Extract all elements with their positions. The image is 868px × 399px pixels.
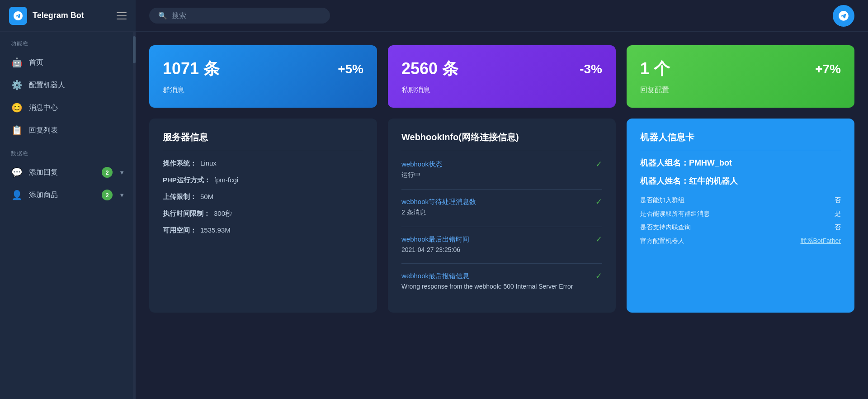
topbar: 🔍	[136, 0, 868, 32]
webhook-last-error-time-value: 2021-04-27 23:25:06	[401, 246, 602, 253]
webhook-last-error-msg-value: Wrong response from the webhook: 500 Int…	[401, 283, 602, 290]
server-os-value: Linux	[200, 159, 217, 167]
bot-join-group-value: 否	[767, 194, 841, 207]
server-php-value: fpm-fcgi	[214, 176, 238, 184]
scrollbar-thumb[interactable]	[133, 36, 136, 63]
info-row: 服务器信息 操作系统： Linux PHP运行方式： fpm-fcgi 上传限制…	[149, 119, 854, 313]
sidebar-item-reply-list-label: 回复列表	[29, 126, 58, 135]
sidebar: Telegram Bot 功能栏 🤖 首页 ⚙️ 配置机器人 😊 消息中心 📋 …	[0, 0, 136, 399]
webhook-status-label: webhook状态	[401, 160, 442, 169]
webhook-item-pending: webhook等待处理消息数 ✓ 2 条消息	[401, 197, 602, 217]
bot-join-group-label: 是否能加入群组	[640, 194, 767, 207]
stat-card-group-messages: 1071 条 +5% 群消息	[149, 45, 377, 108]
sidebar-item-config-bot[interactable]: ⚙️ 配置机器人	[0, 74, 136, 96]
stats-row: 1071 条 +5% 群消息 2560 条 -3% 私聊消息 1 个 +7% 回…	[149, 45, 854, 108]
webhook-last-error-msg-check: ✓	[595, 271, 602, 281]
bot-inline-label: 是否支持内联查询	[640, 221, 767, 234]
server-php-label: PHP运行方式：	[163, 176, 211, 185]
bot-bot-name-value: 红牛的机器人	[689, 176, 738, 185]
main-content: 🔍 1071 条 +5% 群消息 2560 条	[136, 0, 868, 399]
server-php: PHP运行方式： fpm-fcgi	[163, 176, 363, 185]
home-icon: 🤖	[11, 57, 23, 68]
sidebar-header: Telegram Bot	[0, 0, 136, 32]
sidebar-item-add-reply-label: 添加回复	[29, 168, 58, 177]
add-product-icon: 👤	[11, 190, 23, 200]
server-upload-label: 上传限制：	[163, 193, 197, 201]
bot-info-title: 机器人信息卡	[640, 131, 841, 150]
webhook-item-status: webhook状态 ✓ 运行中	[401, 159, 602, 179]
stat-card-top-reply: 1 个 +7%	[640, 58, 841, 80]
webhook-pending-label: webhook等待处理消息数	[401, 198, 476, 206]
stat-label-private: 私聊消息	[401, 86, 602, 95]
server-exec-time: 执行时间限制： 300秒	[163, 209, 363, 218]
bot-read-all-label: 是否能读取所有群组消息	[640, 207, 767, 221]
stat-card-top-private: 2560 条 -3%	[401, 58, 602, 80]
webhook-last-error-time-header: webhook最后出错时间 ✓	[401, 234, 602, 244]
sidebar-item-message-label: 消息中心	[29, 103, 58, 113]
server-exec-time-label: 执行时间限制：	[163, 209, 210, 218]
server-disk-value: 1535.93M	[200, 226, 231, 234]
stat-value-private: 2560 条	[401, 58, 458, 80]
webhook-pending-check: ✓	[595, 197, 602, 207]
add-reply-chevron: ▼	[119, 169, 125, 176]
search-box[interactable]: 🔍	[149, 8, 330, 24]
message-icon: 😊	[11, 102, 23, 113]
webhook-pending-header: webhook等待处理消息数 ✓	[401, 197, 602, 207]
stat-label-group: 群消息	[163, 86, 363, 95]
bot-bot-name-label: 机器人姓名：	[640, 176, 689, 185]
logo-icon	[9, 7, 27, 25]
stat-change-group: +5%	[338, 62, 363, 76]
logo-title: Telegram Bot	[33, 11, 84, 20]
bot-official-config-link[interactable]: 联系BotFather	[801, 237, 841, 244]
webhook-item-last-error-msg: webhook最后报错信息 ✓ Wrong response from the …	[401, 271, 602, 290]
bot-group-name-label: 机器人组名：	[640, 158, 689, 167]
config-icon: ⚙️	[11, 80, 23, 90]
server-info-panel: 服务器信息 操作系统： Linux PHP运行方式： fpm-fcgi 上传限制…	[149, 119, 377, 313]
scrollbar-track[interactable]	[133, 32, 136, 399]
sidebar-item-add-product[interactable]: 👤 添加商品 2 ▼	[0, 184, 136, 206]
search-input[interactable]	[172, 12, 321, 20]
sidebar-item-add-reply[interactable]: 💬 添加回复 2 ▼	[0, 161, 136, 184]
search-icon: 🔍	[158, 11, 167, 20]
server-upload: 上传限制： 50M	[163, 193, 363, 201]
bot-inline-value: 否	[767, 221, 841, 234]
add-reply-icon: 💬	[11, 167, 23, 178]
server-exec-time-value: 300秒	[214, 209, 232, 218]
menu-icon[interactable]	[117, 12, 127, 19]
webhook-last-error-time-label: webhook最后出错时间	[401, 235, 469, 244]
add-reply-left: 💬 添加回复	[11, 167, 58, 178]
sidebar-logo: Telegram Bot	[9, 7, 84, 25]
sidebar-item-reply-list[interactable]: 📋 回复列表	[0, 119, 136, 142]
stat-value-group: 1071 条	[163, 58, 220, 80]
webhook-info-panel: WebhookInfo(网络连接信息) webhook状态 ✓ 运行中 webh…	[388, 119, 616, 313]
webhook-pending-value: 2 条消息	[401, 209, 602, 217]
webhook-status-check: ✓	[595, 159, 602, 169]
bot-bot-name: 机器人姓名：红牛的机器人	[640, 176, 841, 186]
sidebar-nav: 功能栏 🤖 首页 ⚙️ 配置机器人 😊 消息中心 📋 回复列表 数据栏 💬 添加…	[0, 32, 136, 399]
table-row: 是否能读取所有群组消息 是	[640, 207, 841, 221]
webhook-status-header: webhook状态 ✓	[401, 159, 602, 169]
telegram-avatar[interactable]	[833, 5, 854, 27]
bot-info-table: 是否能加入群组 否 是否能读取所有群组消息 是 是否支持内联查询 否 官方配置机…	[640, 194, 841, 248]
sidebar-item-home-label: 首页	[29, 58, 43, 67]
webhook-status-value: 运行中	[401, 171, 602, 179]
sidebar-item-message-center[interactable]: 😊 消息中心	[0, 96, 136, 119]
stat-value-reply: 1 个	[640, 58, 670, 80]
webhook-last-error-time-check: ✓	[595, 234, 602, 244]
sidebar-item-add-product-label: 添加商品	[29, 190, 58, 200]
table-row: 是否支持内联查询 否	[640, 221, 841, 234]
topbar-right	[833, 5, 854, 27]
bot-info-panel: 机器人信息卡 机器人组名：PMHW_bot 机器人姓名：红牛的机器人 是否能加入…	[627, 119, 854, 313]
server-os: 操作系统： Linux	[163, 159, 363, 168]
bot-group-name: 机器人组名：PMHW_bot	[640, 157, 841, 168]
server-disk: 可用空间： 1535.93M	[163, 226, 363, 235]
sidebar-item-home[interactable]: 🤖 首页	[0, 51, 136, 74]
section-data-label: 数据栏	[0, 142, 136, 161]
stat-card-private-messages: 2560 条 -3% 私聊消息	[388, 45, 616, 108]
add-reply-badge: 2	[102, 167, 113, 178]
webhook-item-last-error-time: webhook最后出错时间 ✓ 2021-04-27 23:25:06	[401, 234, 602, 253]
webhook-last-error-msg-label: webhook最后报错信息	[401, 272, 469, 280]
stat-card-reply-config: 1 个 +7% 回复配置	[627, 45, 854, 108]
stat-label-reply: 回复配置	[640, 86, 841, 95]
webhook-last-error-msg-header: webhook最后报错信息 ✓	[401, 271, 602, 281]
